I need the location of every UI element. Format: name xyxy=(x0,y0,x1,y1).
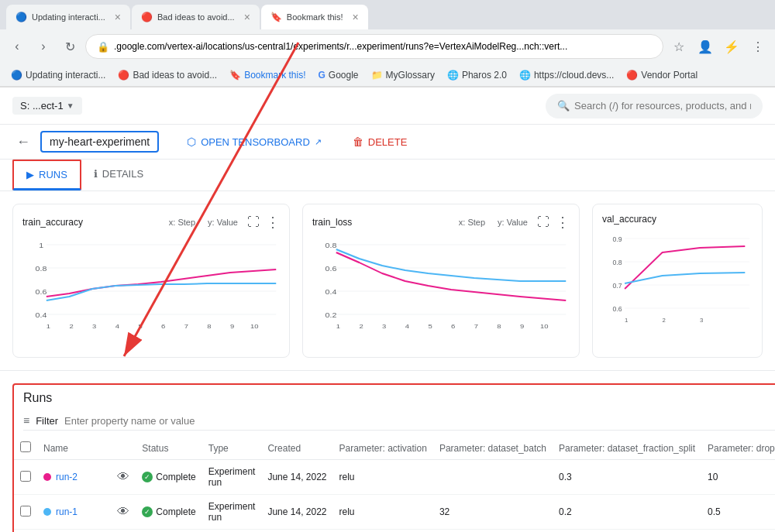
chart-val-accuracy-header: val_accuracy xyxy=(602,214,753,225)
svg-text:0.6: 0.6 xyxy=(326,265,337,273)
tab-close-bookmark[interactable]: × xyxy=(353,11,359,23)
tab-close-updating[interactable]: × xyxy=(115,11,121,23)
visibility-icon-run2[interactable]: 👁 xyxy=(117,470,129,483)
select-all-checkbox[interactable] xyxy=(20,441,31,452)
bookmark-favicon-google: G xyxy=(319,70,326,81)
activation-run1: relu xyxy=(333,495,433,530)
chart-val-accuracy: val_accuracy 0.9 0.8 0.7 0.6 1 2 3 xyxy=(592,204,763,358)
status-badge-run1: Complete xyxy=(142,506,195,517)
filter-input[interactable] xyxy=(64,415,775,427)
bookmark-bar: 🔵 Updating interacti... 🔴 Bad ideas to a… xyxy=(0,63,775,87)
created-run2: June 14, 2022 xyxy=(261,460,332,495)
svg-text:0.8: 0.8 xyxy=(613,259,622,266)
svg-text:4: 4 xyxy=(115,323,119,330)
activation-run2: relu xyxy=(333,460,433,495)
chart-train-loss-y-control[interactable]: y: Value xyxy=(494,216,531,228)
tab-close-bad[interactable]: × xyxy=(244,11,250,23)
profile-button[interactable]: 👤 xyxy=(694,36,716,57)
svg-text:5: 5 xyxy=(428,323,432,330)
gcp-search-bar[interactable]: 🔍 xyxy=(546,94,763,118)
tab-details[interactable]: ℹ DETAILS xyxy=(81,160,156,190)
secure-icon: 🔒 xyxy=(97,41,109,53)
chart-train-loss-x-control[interactable]: x: Step xyxy=(456,216,488,228)
tab-runs[interactable]: ▶ RUNS xyxy=(12,160,81,190)
open-tensorboard-button[interactable]: ⬡ OPEN TENSORBOARD ↗ xyxy=(177,131,331,153)
run-link-run1[interactable]: run-1 xyxy=(56,506,78,517)
gcp-search-input[interactable] xyxy=(574,100,751,112)
col-checkbox xyxy=(14,437,37,460)
activation-pipeline: relu xyxy=(333,530,433,533)
browser-chrome: 🔵 Updating interacti... × 🔴 Bad ideas to… xyxy=(0,0,775,88)
col-dataset-batch: Parameter: dataset_batch xyxy=(433,437,553,460)
bookmark-pharos[interactable]: 🌐 Pharos 2.0 xyxy=(443,68,512,82)
svg-text:0.9: 0.9 xyxy=(613,235,622,243)
bookmark-bad-ideas[interactable]: 🔴 Bad ideas to avoid... xyxy=(113,68,222,82)
table-row: test-my-heart-experiment-pipeline-run 👁 … xyxy=(14,530,775,533)
svg-text:9: 9 xyxy=(520,323,524,330)
bookmark-vendor[interactable]: 🔴 Vendor Portal xyxy=(622,68,702,82)
address-bar[interactable]: 🔒 .google.com/vertex-ai/locations/us-cen… xyxy=(85,34,663,59)
svg-text:3: 3 xyxy=(92,323,96,330)
svg-text:5: 5 xyxy=(138,323,142,330)
bookmark-myglossary[interactable]: 📁 MyGlossary xyxy=(367,68,439,82)
runs-section-title: Runs xyxy=(14,391,775,411)
menu-button[interactable]: ⋮ xyxy=(747,36,769,57)
chart-train-accuracy-more-button[interactable]: ⋮ xyxy=(266,214,280,231)
tab-bad-ideas[interactable]: 🔴 Bad ideas to avoid... × xyxy=(132,5,260,29)
bookmark-this[interactable]: 🔖 Bookmark this! xyxy=(225,68,310,82)
chart-train-accuracy-header: train_accuracy x: Step y: Value ⛶ ⋮ xyxy=(22,214,280,231)
run-dot-run2 xyxy=(43,473,51,481)
chart-train-loss-expand-button[interactable]: ⛶ xyxy=(537,215,549,229)
reload-button[interactable]: ↻ xyxy=(59,36,81,57)
chart-train-accuracy-x-control[interactable]: x: Step xyxy=(166,216,198,228)
bookmark-label-cloud: https://cloud.devs... xyxy=(534,70,614,81)
tab-updating[interactable]: 🔵 Updating interacti... × xyxy=(6,5,130,29)
extensions-button[interactable]: ⚡ xyxy=(721,36,742,57)
table-header-row: Name Status Type Created Parameter: acti… xyxy=(14,437,775,460)
forward-button[interactable]: › xyxy=(33,36,54,57)
fraction-split-pipeline: 0.2 xyxy=(553,530,701,533)
back-button[interactable]: ‹ xyxy=(6,36,28,57)
tab-bookmark[interactable]: 🔖 Bookmark this! × xyxy=(261,5,368,29)
bookmark-favicon-myglossary: 📁 xyxy=(371,70,383,81)
svg-text:0.2: 0.2 xyxy=(326,311,337,319)
back-navigation-button[interactable]: ← xyxy=(12,131,34,153)
row-checkbox-run2[interactable] xyxy=(20,471,31,482)
project-selector[interactable]: S: ...ect-1 ▼ xyxy=(12,97,82,115)
svg-text:10: 10 xyxy=(540,323,549,330)
chart-train-loss: train_loss x: Step y: Value ⛶ ⋮ 0.8 0.6 … xyxy=(302,204,580,358)
chart-train-accuracy-y-control[interactable]: y: Value xyxy=(205,216,241,228)
bookmark-updating[interactable]: 🔵 Updating interacti... xyxy=(6,68,110,82)
delete-button[interactable]: 🗑 DELETE xyxy=(343,131,417,153)
chart-train-accuracy-expand-button[interactable]: ⛶ xyxy=(247,215,260,229)
bookmark-star-button[interactable]: ☆ xyxy=(668,36,690,57)
runs-table-wrapper: Name Status Type Created Parameter: acti… xyxy=(14,437,775,532)
bookmark-favicon-bad: 🔴 xyxy=(118,70,129,81)
bookmark-google[interactable]: G Google xyxy=(314,68,363,82)
bookmark-label-bad: Bad ideas to avoid... xyxy=(133,70,217,81)
dropout-rate-run2: 10 xyxy=(701,460,775,495)
chart-train-loss-more-button[interactable]: ⋮ xyxy=(556,214,570,231)
bookmark-cloud-devs[interactable]: 🌐 https://cloud.devs... xyxy=(515,68,618,82)
svg-text:0.8: 0.8 xyxy=(326,242,337,249)
svg-text:3: 3 xyxy=(382,323,386,330)
project-selector-label: S: ...ect-1 xyxy=(20,100,64,112)
gcp-top-bar: S: ...ect-1 ▼ 🔍 xyxy=(0,88,775,125)
svg-text:0.4: 0.4 xyxy=(36,311,47,319)
col-activation: Parameter: activation xyxy=(333,437,433,460)
svg-text:7: 7 xyxy=(184,323,188,330)
svg-text:6: 6 xyxy=(161,323,165,330)
runs-table: Name Status Type Created Parameter: acti… xyxy=(14,437,775,532)
dataset-batch-run1: 32 xyxy=(433,495,553,530)
row-checkbox-run1[interactable] xyxy=(20,506,31,517)
experiment-toolbar: ← my-heart-experiment ⬡ OPEN TENSORBOARD… xyxy=(0,125,775,160)
visibility-icon-run1[interactable]: 👁 xyxy=(117,505,129,518)
bookmark-label-myglossary: MyGlossary xyxy=(386,70,435,81)
run-link-run2[interactable]: run-2 xyxy=(56,472,78,482)
col-type: Type xyxy=(202,437,262,460)
table-row: run-2 👁 Complete Experimentrun xyxy=(14,460,775,495)
created-run1: June 14, 2022 xyxy=(261,495,332,530)
external-link-icon: ↗ xyxy=(315,137,322,147)
status-dot-run2 xyxy=(142,472,153,482)
search-icon: 🔍 xyxy=(557,100,570,112)
